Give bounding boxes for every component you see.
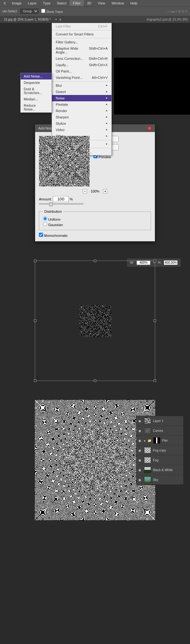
- expand-icon[interactable]: ▸: [144, 439, 146, 442]
- visibility-icon[interactable]: ◉: [138, 478, 142, 482]
- zoom-level: 100%: [91, 189, 99, 193]
- layer-name: Curves: [153, 429, 163, 432]
- menu-image[interactable]: Image: [9, 0, 25, 6]
- tab-sep: s: [60, 18, 61, 21]
- submenu-dust[interactable]: Dust & Scratches...: [21, 86, 52, 96]
- visibility-icon[interactable]: ◉: [138, 449, 142, 452]
- visibility-icon[interactable]: ◉: [138, 439, 142, 442]
- black-canvas: [114, 58, 190, 115]
- layer-thumb: [144, 447, 151, 453]
- menu-oil[interactable]: Oil Paint...: [52, 68, 111, 74]
- menu-help[interactable]: Help: [127, 0, 141, 6]
- menu-type[interactable]: Type: [40, 0, 54, 6]
- submenu-despeckle[interactable]: Despeckle: [21, 79, 52, 86]
- visibility-icon[interactable]: ◉: [138, 468, 142, 472]
- layer-name: Pier: [162, 439, 168, 442]
- layer-row[interactable]: ◉⤢Curves: [136, 426, 183, 436]
- close-icon[interactable]: [147, 126, 152, 130]
- mask-thumb: [153, 437, 160, 444]
- document-tabs: 16.jpg @ 25% (Layer 1, RGB/8) * × s itog…: [0, 16, 190, 23]
- handle-tr[interactable]: [154, 260, 156, 262]
- monochromatic-checkbox[interactable]: Monochromatic: [39, 234, 68, 237]
- transform-bounding-box[interactable]: [35, 261, 155, 381]
- layer-thumb: [144, 457, 151, 463]
- menu-liquify[interactable]: Liquify...Shift+Ctrl+X: [52, 62, 111, 68]
- menu-convert-smart[interactable]: Convert for Smart Filters: [52, 31, 111, 37]
- noise-submenu: Add Noise... Despeckle Dust & Scratches.…: [20, 73, 52, 113]
- uniform-radio[interactable]: Uniform: [43, 217, 147, 221]
- layers-panel: ◉Layer 1 ◉⤢Curves ◉▸📁Pier ◉Fog copy ◉Fog…: [136, 416, 184, 485]
- menu-select[interactable]: Select: [54, 0, 70, 6]
- menu-window[interactable]: Window: [108, 0, 127, 6]
- menu-filter[interactable]: Filter: [70, 0, 84, 6]
- canvas-with-menus: Last FilterCtrl+F Convert for Smart Filt…: [0, 23, 190, 115]
- layer-row[interactable]: ◉▸📁Pier: [136, 436, 183, 445]
- layer-name: Fog: [153, 458, 158, 462]
- autoselect-label: uto-Select:: [3, 9, 18, 13]
- align-icons: ▭ ▬ ≡ ⊞ ⊟ ⊡: [168, 9, 187, 13]
- show-transform-checkbox[interactable]: Show Trans: [41, 9, 63, 14]
- zoom-out-button[interactable]: −: [83, 189, 87, 193]
- submenu-median[interactable]: Median...: [21, 96, 52, 102]
- menu-3d[interactable]: 3D: [84, 0, 95, 6]
- menu-sharpen[interactable]: Sharpen: [52, 114, 111, 120]
- layer-thumb: [144, 418, 151, 424]
- menu-render[interactable]: Render: [52, 108, 111, 114]
- height-input[interactable]: [164, 260, 178, 265]
- handle-b[interactable]: [94, 379, 96, 382]
- folder-icon: 📁: [148, 439, 151, 442]
- handle-br[interactable]: [154, 379, 156, 382]
- handle-bl[interactable]: [34, 379, 36, 382]
- layer-row[interactable]: ◉Layer 1: [136, 416, 183, 426]
- layer-row[interactable]: ◉Fog copy: [136, 445, 183, 455]
- menu-layer[interactable]: Layer: [25, 0, 40, 6]
- layer-name: Sky: [153, 478, 158, 482]
- layer-row[interactable]: ◉Fog: [136, 455, 183, 465]
- zoom-in-button[interactable]: +: [103, 189, 107, 193]
- visibility-icon[interactable]: ◉: [138, 419, 142, 423]
- menu-vanishing[interactable]: Vanishing Point...Alt+Ctrl+V: [52, 74, 111, 81]
- menu-lens[interactable]: Lens Correction...Shift+Ctrl+R: [52, 55, 111, 62]
- handle-l[interactable]: [34, 319, 36, 322]
- curves-icon: ⤢: [144, 427, 151, 434]
- handle-tl[interactable]: [34, 260, 36, 262]
- menu-stylize[interactable]: Stylize: [52, 120, 111, 127]
- menu-edit[interactable]: it: [1, 0, 9, 6]
- visibility-icon[interactable]: ◉: [138, 458, 142, 462]
- submenu-add-noise[interactable]: Add Noise...: [21, 73, 52, 79]
- options-bar: uto-Select: Group Show Trans ▭ ▬ ≡ ⊞ ⊟ ⊡: [0, 6, 190, 16]
- handle-r[interactable]: [154, 319, 156, 322]
- layer-thumb: [144, 477, 151, 483]
- submenu-reduce-noise[interactable]: Reduce Noise...: [21, 102, 52, 112]
- menu-noise[interactable]: Noise: [52, 95, 111, 101]
- handle-t[interactable]: [94, 260, 96, 262]
- layer-name: Fog copy: [153, 449, 166, 452]
- menu-filter-gallery[interactable]: Filter Gallery...: [52, 39, 111, 45]
- amount-slider[interactable]: [39, 203, 83, 205]
- autoselect-dropdown[interactable]: Group: [20, 9, 39, 14]
- amount-label: Amount:: [39, 197, 52, 201]
- layer-thumb: [144, 467, 151, 473]
- tab-2[interactable]: itography2.psd @ 33,3% (RG: [145, 17, 190, 22]
- distribution-fieldset: Distribution Uniform Gaussian: [39, 210, 151, 230]
- percent-label: %: [70, 197, 73, 201]
- menu-adaptive[interactable]: Adaptive Wide Angle...Shift+Ctrl+A: [52, 45, 111, 55]
- layer-row[interactable]: ◉Sky: [136, 475, 183, 485]
- menu-video[interactable]: Video: [52, 127, 111, 133]
- menu-last-filter: Last FilterCtrl+F: [52, 23, 111, 29]
- menu-view[interactable]: View: [95, 0, 109, 6]
- layer-row[interactable]: ◉Black & White: [136, 465, 183, 475]
- tab-1[interactable]: 16.jpg @ 25% (Layer 1, RGB/8) *: [2, 17, 53, 22]
- height-label: H:: [158, 261, 161, 264]
- slider-thumb[interactable]: [49, 202, 53, 206]
- amount-input[interactable]: [53, 196, 69, 202]
- menu-distort[interactable]: Distort: [52, 89, 111, 95]
- gaussian-radio[interactable]: Gaussian: [43, 222, 147, 227]
- layer-name: Layer 1: [153, 419, 163, 423]
- distribution-legend: Distribution: [43, 210, 63, 213]
- noise-layer-preview: [79, 305, 111, 337]
- tab-close-icon[interactable]: ×: [55, 18, 57, 21]
- menu-blur[interactable]: Blur: [52, 82, 111, 89]
- visibility-icon[interactable]: ◉: [138, 429, 142, 432]
- menu-pixelate[interactable]: Pixelate: [52, 101, 111, 108]
